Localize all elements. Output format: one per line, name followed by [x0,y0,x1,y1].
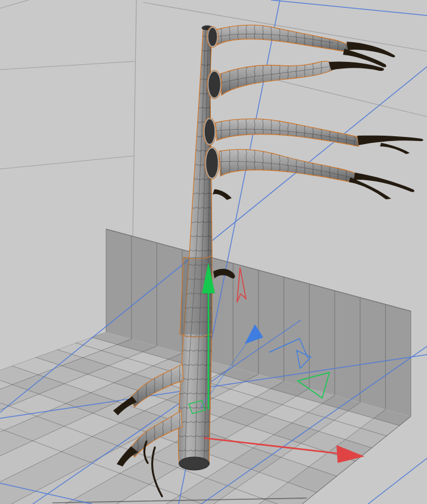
viewport-3d[interactable] [0,0,427,504]
branch-2-cap [208,71,221,98]
branch-3-cap [204,119,215,145]
branch-1-cap [208,27,217,46]
viewport-canvas[interactable] [0,0,427,504]
trunk-base-cap [179,457,210,470]
branch-4-cap [206,148,219,179]
